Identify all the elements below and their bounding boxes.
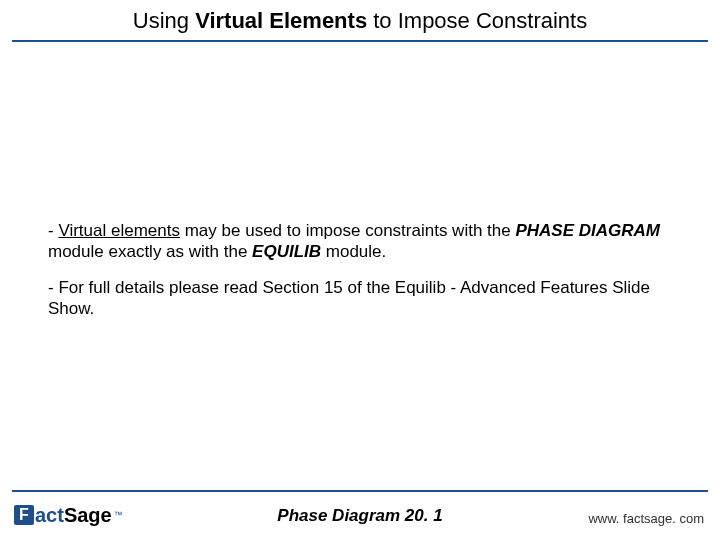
slide-title: Using Virtual Elements to Impose Constra… bbox=[133, 8, 587, 33]
paragraph-1: - Virtual elements may be used to impose… bbox=[48, 220, 668, 263]
p1-mid1: may be used to impose constraints with t… bbox=[180, 221, 515, 240]
title-divider bbox=[12, 40, 708, 42]
p1-phase-diagram: PHASE DIAGRAM bbox=[515, 221, 660, 240]
p1-dash: - bbox=[48, 221, 58, 240]
title-wrap: Using Virtual Elements to Impose Constra… bbox=[0, 8, 720, 34]
title-suffix: to Impose Constraints bbox=[367, 8, 587, 33]
body-text: - Virtual elements may be used to impose… bbox=[48, 220, 668, 333]
p1-virtual-elements: Virtual elements bbox=[58, 221, 180, 240]
p1-mid2: module exactly as with the bbox=[48, 242, 252, 261]
slide: Using Virtual Elements to Impose Constra… bbox=[0, 0, 720, 540]
title-virtual-elements: Virtual Elements bbox=[195, 8, 367, 33]
p1-equilib: EQUILIB bbox=[252, 242, 321, 261]
footer-divider bbox=[12, 490, 708, 492]
paragraph-2: - For full details please read Section 1… bbox=[48, 277, 668, 320]
title-prefix: Using bbox=[133, 8, 195, 33]
p1-tail: module. bbox=[321, 242, 386, 261]
footer-url: www. factsage. com bbox=[588, 511, 704, 526]
